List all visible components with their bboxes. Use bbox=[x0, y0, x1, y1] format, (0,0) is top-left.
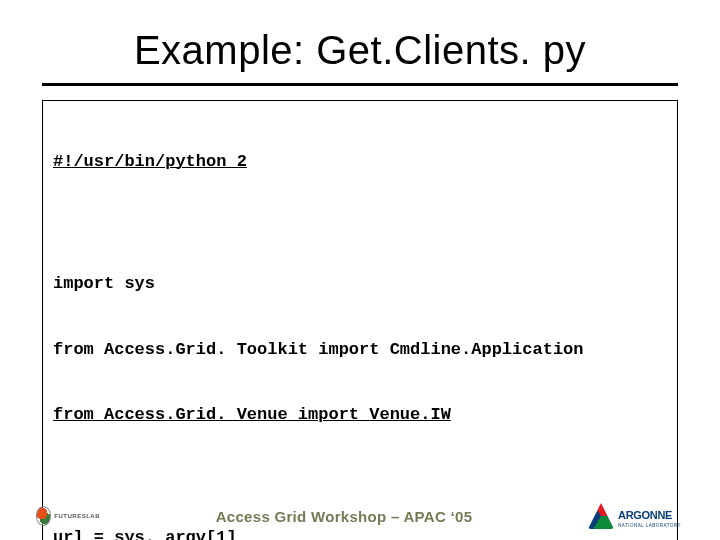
slide-footer: FUTURESLAB Access Grid Workshop – APAC ‘… bbox=[0, 502, 720, 530]
futureslab-logo-icon bbox=[36, 506, 51, 526]
futureslab-logo: FUTURESLAB bbox=[36, 505, 100, 527]
code-block-shebang: #!/usr/bin/python 2 bbox=[53, 107, 667, 216]
code-line: #!/usr/bin/python 2 bbox=[53, 151, 667, 173]
slide-title: Example: Get.Clients. py bbox=[42, 28, 678, 73]
code-block-imports: import sys from Access.Grid. Toolkit imp… bbox=[53, 230, 667, 469]
code-line: from Access.Grid. Venue import Venue.IW bbox=[53, 404, 667, 426]
code-line: from Access.Grid. Toolkit import Cmdline… bbox=[53, 339, 667, 361]
argonne-logo-sub: NATIONAL LABORATORY bbox=[618, 523, 681, 528]
argonne-logo-word: ARGONNE bbox=[618, 509, 672, 521]
futureslab-logo-text: FUTURESLAB bbox=[54, 513, 100, 519]
code-example-box: #!/usr/bin/python 2 import sys from Acce… bbox=[42, 100, 678, 540]
argonne-logo: ARGONNE NATIONAL LABORATORY bbox=[588, 502, 684, 530]
code-line: import sys bbox=[53, 273, 667, 295]
argonne-logo-icon bbox=[588, 503, 614, 529]
title-underline bbox=[42, 83, 678, 86]
footer-text: Access Grid Workshop – APAC ‘05 bbox=[216, 508, 473, 525]
